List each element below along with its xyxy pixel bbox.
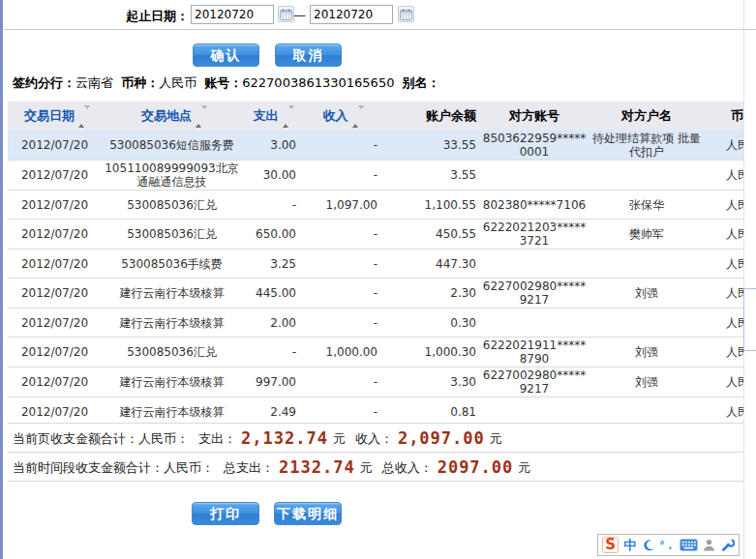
cell-currency: 人民币 (703, 220, 743, 250)
cell-income: - (300, 309, 381, 338)
cell-income: 1,097.00 (300, 191, 381, 220)
start-date-input[interactable] (191, 5, 274, 24)
summary-divider (8, 481, 743, 482)
sort-icon (283, 109, 289, 124)
sogou-logo-icon[interactable]: S (602, 537, 619, 553)
cancel-button[interactable]: 取消 (275, 44, 342, 67)
user-account-icon[interactable] (702, 536, 716, 554)
cell-currency: 人民币 (703, 250, 743, 279)
soft-keyboard-icon[interactable] (680, 536, 698, 554)
cell-balance: 1,000.30 (381, 338, 478, 368)
cell-expense: 3.25 (242, 250, 300, 279)
cell-counterparty-account (478, 397, 590, 422)
scrollbar-thumb[interactable] (743, 288, 756, 351)
cell-location: 530085036汇兑 (102, 338, 242, 368)
cell-balance: 3.30 (381, 368, 478, 397)
cell-balance: 33.55 (381, 131, 478, 161)
end-date-calendar-button[interactable] (398, 6, 414, 22)
account-info-line: 签约分行：云南省 币种：人民币 账号：6227003861330165650 别… (13, 74, 444, 92)
column-header-counterparty-name: 对方户名 (590, 102, 703, 131)
column-header-counterparty-account: 对方账号 (478, 102, 590, 131)
cell-location: 建行云南行本级核算 (102, 279, 242, 309)
period-income-unit: 元 (518, 460, 530, 475)
column-label: 对方账号 (509, 108, 559, 123)
column-header-currency: 币种 (703, 102, 743, 131)
column-header-expense[interactable]: 支出 (242, 102, 300, 131)
header-divider (4, 29, 756, 30)
cell-date: 2012/07/20 (8, 368, 102, 397)
start-date-calendar-button[interactable] (278, 6, 294, 22)
cell-counterparty-account: 6222021203*****3721 (478, 220, 590, 250)
cell-counterparty-name: 待处理结算款项 批量代扣户 (590, 131, 703, 161)
cell-expense: 997.00 (242, 368, 300, 397)
cell-counterparty-name (590, 397, 703, 422)
cell-counterparty-account (478, 309, 590, 338)
alias-label: 别名： (403, 75, 440, 90)
table-row: 2012/07/20530085036短信服务费3.00-33.55850362… (8, 131, 743, 161)
page-expense-unit: 元 (333, 431, 346, 446)
cell-currency: 人民币 (703, 279, 743, 309)
settings-wrench-icon[interactable] (720, 536, 735, 554)
cell-expense: - (242, 191, 300, 220)
cell-counterparty-name: 樊帅军 (590, 220, 703, 250)
transactions-table: 交易日期 交易地点 支出 收入 账户余额 对方账号 对方户名 币种 2012/0… (8, 102, 743, 421)
cell-balance: 450.55 (381, 220, 478, 250)
download-details-button[interactable]: 下载明细 (274, 502, 342, 525)
sort-icon (78, 109, 85, 124)
calendar-icon (280, 9, 292, 20)
page-income-amount: 2,097.00 (398, 428, 485, 448)
column-header-income[interactable]: 收入 (300, 102, 381, 131)
cell-counterparty-name: 刘强 (590, 338, 703, 368)
account-number-value: 6227003861330165650 (242, 75, 394, 90)
cell-counterparty-account (478, 250, 590, 279)
cell-counterparty-account: 6222021911*****8790 (478, 338, 590, 368)
cell-counterparty-account: 8503622959*****0001 (478, 131, 590, 161)
table-row: 2012/07/20530085036汇兑650.00-450.55622202… (8, 220, 743, 250)
period-expense-amount: 2132.74 (279, 457, 355, 477)
cell-location: 105110089999093北京通融通信息技 (102, 161, 242, 191)
cell-expense: 445.00 (242, 279, 300, 309)
cell-balance: 0.81 (381, 397, 478, 422)
cell-date: 2012/07/20 (8, 338, 102, 368)
chinese-mode-icon[interactable]: 中 (622, 536, 637, 554)
period-income-amount: 2097.00 (438, 457, 514, 477)
punctuation-mode-icon[interactable]: °， (659, 536, 676, 554)
cell-location: 530085036汇兑 (102, 191, 242, 220)
cell-income: 1,000.00 (300, 338, 381, 368)
cell-date: 2012/07/20 (8, 397, 102, 422)
column-label: 币种 (731, 108, 743, 123)
cell-currency: 人民币 (703, 191, 743, 220)
cell-counterparty-account: 802380*****7106 (478, 191, 590, 220)
cell-counterparty-account: 6227002980*****9217 (478, 368, 590, 397)
fullwidth-moon-icon[interactable] (641, 536, 655, 554)
confirm-button[interactable]: 确认 (193, 44, 259, 67)
column-header-trade-date[interactable]: 交易日期 (8, 102, 102, 131)
column-label: 支出 (254, 108, 279, 123)
cell-currency: 人民币 (703, 368, 743, 397)
branch-label: 签约分行： (13, 75, 76, 90)
transaction-history-page: 起止日期： — 确认 取消 签约分行：云南省 币种：人民币 账号：6227003… (0, 0, 756, 559)
cell-counterparty-name (590, 250, 703, 279)
page-summary-line: 当前页收支金额合计：人民币：支出：2,132.74元收入：2,097.00元 (13, 427, 502, 449)
page-expense-label: 支出： (198, 431, 236, 446)
print-button[interactable]: 打印 (192, 502, 259, 525)
period-income-label: 总收入： (382, 460, 433, 475)
cell-date: 2012/07/20 (8, 250, 102, 279)
cell-date: 2012/07/20 (8, 309, 102, 338)
column-header-trade-place[interactable]: 交易地点 (102, 102, 242, 131)
period-summary-line: 当前时间段收支金额合计：人民币：总支出：2132.74元总收入：2097.00元 (13, 456, 530, 478)
table-header-row: 交易日期 交易地点 支出 收入 账户余额 对方账号 对方户名 币种 (8, 102, 743, 131)
ime-toolbar: S 中 °， (597, 534, 740, 556)
page-expense-amount: 2,132.74 (241, 428, 328, 448)
cell-balance: 2.30 (381, 279, 478, 309)
cell-location: 530085036汇兑 (102, 220, 242, 250)
cell-expense: 650.00 (242, 220, 300, 250)
table-row: 2012/07/20105110089999093北京通融通信息技30.00-3… (8, 161, 743, 191)
cell-income: - (300, 250, 381, 279)
end-date-input[interactable] (310, 5, 393, 24)
table-row: 2012/07/20530085036汇兑-1,097.001,100.5580… (8, 191, 743, 220)
cell-date: 2012/07/20 (8, 220, 102, 250)
page-summary-prefix: 当前页收支金额合计：人民币： (13, 431, 189, 446)
date-range-label: 起止日期： (126, 8, 189, 25)
cell-location: 建行云南行本级核算 (102, 309, 242, 338)
